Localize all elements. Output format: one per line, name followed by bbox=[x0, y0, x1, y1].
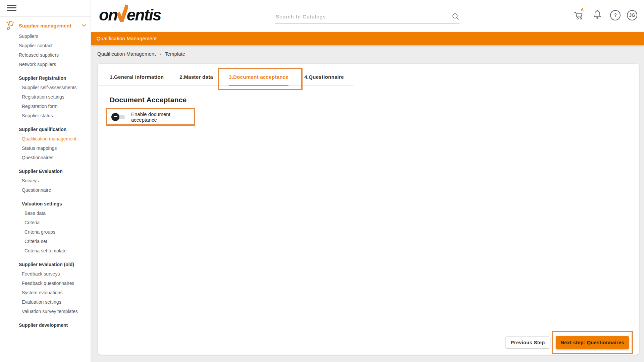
next-step-button[interactable]: Next step: Questionnaires bbox=[556, 336, 629, 349]
sidebar-item: Supplier Evaluation bbox=[0, 167, 91, 176]
sidebar-item[interactable]: Criteria set template bbox=[0, 246, 91, 255]
tab[interactable]: 3.Document acceptance bbox=[229, 74, 288, 86]
sidebar-item: Supplier Registration bbox=[0, 73, 91, 83]
sidebar-item[interactable]: Network suppliers bbox=[0, 60, 91, 69]
sidebar-item[interactable]: Registration settings bbox=[0, 92, 91, 102]
sidebar-item[interactable]: Qualification management bbox=[0, 134, 91, 143]
breadcrumb-root[interactable]: Qualification Management bbox=[97, 51, 156, 57]
sidebar-item[interactable]: Registration form bbox=[0, 102, 91, 111]
top-header: on entis 6 bbox=[91, 0, 644, 32]
sidebar-nav: Supplier management SuppliersSupplier co… bbox=[0, 19, 91, 330]
sidebar-item: Supplier Evaluation (old) bbox=[0, 260, 91, 269]
template-card: 1.General information2.Master data3.Docu… bbox=[98, 64, 639, 355]
tab[interactable]: 4.Questionnaire bbox=[304, 74, 344, 86]
sidebar-item[interactable]: Base data bbox=[0, 208, 91, 218]
sidebar: Supplier management SuppliersSupplier co… bbox=[0, 0, 91, 362]
sidebar-item[interactable]: Supplier self-assessments bbox=[0, 83, 91, 92]
logo-text: entis bbox=[127, 7, 161, 23]
header-icons: 6 ? bbox=[572, 8, 637, 22]
sidebar-item[interactable]: Criteria groups bbox=[0, 227, 91, 237]
sidebar-item[interactable]: System evaluations bbox=[0, 288, 91, 297]
tutorial-highlight-toggle: Enable document acceptance bbox=[106, 108, 195, 126]
document-acceptance-toggle[interactable] bbox=[111, 113, 125, 121]
breadcrumb-current: Template bbox=[165, 51, 185, 57]
toggle-label: Enable document acceptance bbox=[131, 111, 194, 123]
sidebar-item[interactable]: Supplier contact bbox=[0, 41, 91, 50]
user-avatar[interactable]: JG bbox=[627, 10, 637, 20]
sidebar-item[interactable]: Released suppliers bbox=[0, 50, 91, 60]
sidebar-item[interactable]: Status mappings bbox=[0, 143, 91, 153]
bell-icon bbox=[592, 9, 603, 21]
tab[interactable]: 1.General information bbox=[110, 74, 164, 86]
sidebar-item[interactable]: Evaluation settings bbox=[0, 297, 91, 307]
sidebar-item[interactable]: Criteria bbox=[0, 218, 91, 227]
sidebar-item[interactable]: Valuation survey templates bbox=[0, 307, 91, 316]
content-area: Qualification Management › Template 1.Ge… bbox=[91, 45, 644, 362]
sidebar-item[interactable]: Questionnaires bbox=[0, 153, 91, 162]
cart-button[interactable]: 6 bbox=[572, 8, 585, 22]
page-title: Document Acceptance bbox=[110, 96, 186, 104]
logo-check-icon bbox=[117, 4, 128, 22]
sidebar-item: Supplier qualification bbox=[0, 125, 91, 134]
menu-icon[interactable] bbox=[7, 5, 16, 12]
hand-truck-icon bbox=[5, 20, 15, 31]
question-icon: ? bbox=[614, 12, 617, 18]
notifications-button[interactable] bbox=[591, 8, 604, 22]
sidebar-item[interactable]: Criteria set bbox=[0, 237, 91, 246]
toggle-knob bbox=[111, 113, 119, 121]
catalog-search bbox=[275, 9, 460, 24]
main-area: on entis 6 bbox=[91, 0, 644, 362]
previous-step-button[interactable]: Previous Step bbox=[505, 337, 550, 349]
logo-text: on bbox=[99, 7, 117, 23]
search-icon[interactable] bbox=[452, 13, 460, 20]
search-input[interactable] bbox=[275, 13, 452, 20]
module-title-bar: Qualification Management bbox=[91, 32, 644, 45]
sidebar-item[interactable]: Surveys bbox=[0, 176, 91, 185]
sidebar-item[interactable]: Suppliers bbox=[0, 32, 91, 41]
sidebar-item[interactable]: Supplier status bbox=[0, 111, 91, 120]
sidebar-item: Valuation settings bbox=[0, 199, 91, 208]
help-button[interactable]: ? bbox=[610, 10, 621, 20]
sidebar-item-label: Supplier management bbox=[19, 23, 71, 28]
minus-icon bbox=[114, 116, 117, 117]
breadcrumb: Qualification Management › Template bbox=[97, 51, 185, 57]
tab[interactable]: 2.Master data bbox=[179, 74, 213, 86]
sidebar-item[interactable]: Feedback surveys bbox=[0, 269, 91, 279]
cart-badge: 6 bbox=[581, 7, 584, 12]
chevron-down-icon bbox=[82, 24, 86, 27]
sidebar-item[interactable]: Feedback questionnaires bbox=[0, 279, 91, 288]
wizard-tabs: 1.General information2.Master data3.Docu… bbox=[98, 64, 354, 86]
module-title: Qualification Management bbox=[97, 36, 157, 41]
chevron-right-icon: › bbox=[159, 51, 161, 57]
sidebar-item[interactable]: Questionnaire bbox=[0, 185, 91, 195]
avatar-initials: JG bbox=[629, 12, 635, 18]
sidebar-item-supplier-management[interactable]: Supplier management bbox=[0, 19, 91, 32]
onventis-logo: on entis bbox=[99, 4, 161, 23]
sidebar-item: Supplier development bbox=[0, 320, 91, 330]
sidebar-divider bbox=[0, 16, 91, 17]
tutorial-highlight-next: Next step: Questionnaires bbox=[552, 331, 633, 354]
